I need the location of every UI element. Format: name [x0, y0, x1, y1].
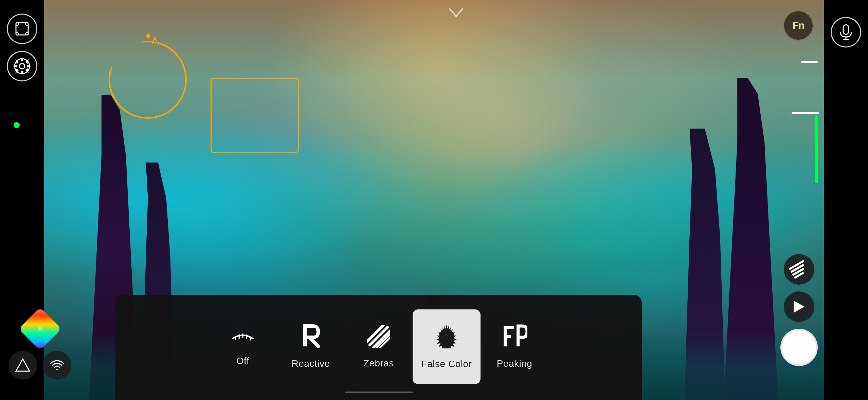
- zebras-shortcut-button[interactable]: [784, 254, 814, 285]
- filter-button[interactable]: [8, 351, 37, 380]
- svg-rect-32: [504, 326, 514, 329]
- peaking-icon: [502, 324, 527, 351]
- panel-option-peaking[interactable]: Peaking: [481, 309, 548, 384]
- fn-button[interactable]: Fn: [783, 10, 814, 41]
- shutter-button[interactable]: [780, 329, 818, 366]
- svg-line-18: [239, 335, 239, 339]
- peaking-label: Peaking: [497, 358, 532, 369]
- color-lut-button[interactable]: [18, 307, 61, 350]
- zebras-label: Zebras: [363, 358, 394, 369]
- meter-top-line: [801, 61, 818, 63]
- reactive-icon: [301, 324, 321, 351]
- tracking-box: [211, 78, 299, 153]
- frame-button[interactable]: [7, 14, 37, 44]
- svg-marker-16: [794, 301, 804, 313]
- panel-option-zebras[interactable]: Zebras: [345, 309, 413, 384]
- panel-scroll-indicator: [345, 392, 413, 393]
- svg-rect-0: [16, 23, 28, 35]
- reactive-label: Reactive: [292, 358, 330, 369]
- microphone-button[interactable]: [831, 17, 861, 47]
- play-button[interactable]: [784, 291, 814, 322]
- panel-option-off[interactable]: Off: [209, 309, 277, 384]
- off-label: Off: [236, 356, 249, 366]
- green-dot-indicator: [14, 122, 20, 128]
- panel-option-reactive[interactable]: Reactive: [277, 309, 345, 384]
- svg-rect-13: [843, 25, 849, 34]
- exposure-assist-options: Off Reactive: [115, 305, 642, 388]
- svg-rect-22: [303, 326, 307, 346]
- settings-button[interactable]: [7, 51, 37, 81]
- zebras-panel-icon: [367, 325, 390, 351]
- off-icon: [231, 327, 255, 349]
- false-color-label: False Color: [421, 359, 472, 369]
- green-level-meter: [815, 115, 818, 183]
- svg-rect-33: [504, 335, 511, 338]
- bottom-panel: Off Reactive: [115, 295, 642, 400]
- svg-marker-12: [16, 359, 30, 371]
- panel-option-false-color[interactable]: False Color: [413, 309, 481, 384]
- top-chevron[interactable]: [446, 7, 466, 22]
- meter-handle[interactable]: [792, 112, 819, 114]
- wifi-button[interactable]: [42, 351, 71, 380]
- false-color-icon: [434, 324, 459, 352]
- right-sidebar: [824, 0, 868, 400]
- svg-line-20: [246, 335, 247, 339]
- zebras-icon: [789, 260, 809, 279]
- left-bottom-controls: [8, 313, 71, 380]
- svg-point-10: [19, 63, 25, 69]
